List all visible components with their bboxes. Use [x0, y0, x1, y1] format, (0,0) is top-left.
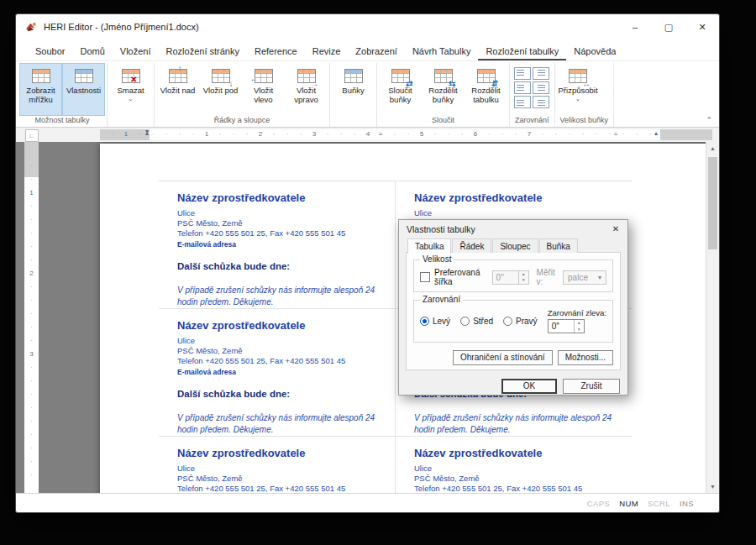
ruler-tick: ·: [24, 229, 39, 237]
insert-below-button[interactable]: ↓ Vložit pod: [199, 63, 242, 116]
right-indent-marker[interactable]: ▵: [614, 130, 617, 141]
options-button[interactable]: Možnosti...: [558, 350, 613, 365]
ruler-number: 1: [124, 130, 128, 138]
tab-domu[interactable]: Domů: [72, 43, 112, 60]
cell-heading: Název zprostředkovatele: [177, 319, 376, 332]
merge-cells-button[interactable]: ⇄ Sloučit buňky: [379, 63, 422, 116]
align-right-label: Pravý: [516, 317, 538, 326]
tab-reference[interactable]: Reference: [247, 43, 305, 60]
align-center-radio[interactable]: [460, 317, 470, 326]
group-label-bunky: [332, 116, 375, 127]
dialog-tab-sloupec[interactable]: Sloupec: [492, 238, 538, 253]
table-cell[interactable]: Název zprostředkovatele Ulice PSČ Město,…: [159, 181, 396, 309]
ruler-tick: ·: [24, 176, 39, 183]
properties-button[interactable]: Vlastnosti: [62, 63, 105, 116]
right-margin-marker[interactable]: ▴: [654, 130, 658, 141]
dialog-close-icon[interactable]: ✕: [607, 224, 624, 233]
delete-button[interactable]: ✕ Smazat ⌄: [109, 63, 152, 116]
ruler-tick: ·: [24, 417, 39, 425]
cell-email: E-mailová adresa: [177, 368, 376, 376]
cell-heading: Název zprostředkovatele: [414, 447, 614, 459]
ruler-tick: ·: [219, 130, 222, 138]
autofit-button[interactable]: ↔ Přizpůsobit ⌄: [557, 63, 600, 116]
split-table-button[interactable]: ⇵ Rozdělit tabulku: [465, 63, 507, 116]
delete-label: Smazat: [117, 86, 144, 96]
dialog-tab-tabulka[interactable]: Tabulka: [407, 238, 451, 254]
dialog-title: Vlastnosti tabulky: [407, 224, 475, 234]
table-cell[interactable]: Název zprostředkovatele Ulice PSČ Město,…: [159, 437, 396, 493]
align-center-label: Střed: [473, 317, 493, 326]
properties-label: Vlastnosti: [66, 86, 101, 96]
spin-down-icon[interactable]: ▼: [519, 277, 528, 284]
close-button[interactable]: ✕: [685, 14, 719, 39]
ruler-tick: ·: [24, 216, 39, 223]
ruler-tick: ·: [636, 130, 638, 138]
spin-up-icon[interactable]: ▲: [519, 271, 528, 278]
width-spinner[interactable]: 0" ▲ ▼: [492, 270, 529, 285]
hanging-indent-marker[interactable]: ▴: [145, 130, 149, 141]
collapse-ribbon-button[interactable]: ⌃: [706, 116, 712, 124]
combo-arrow-icon: ▼: [594, 275, 606, 280]
delete-dropdown-icon: ⌄: [129, 97, 134, 102]
maximize-button[interactable]: ▢: [652, 14, 685, 39]
split-cells-button[interactable]: ⇆ Rozdělit buňky: [422, 63, 465, 116]
table-cell[interactable]: Název zprostředkovatele Ulice PSČ Město,…: [159, 309, 396, 437]
scroll-up-icon[interactable]: ▲: [706, 142, 719, 155]
measure-unit-dropdown[interactable]: palce ▼: [563, 270, 606, 285]
insert-left-icon: ←: [254, 68, 274, 85]
dialog-tab-page: Velikost Preferovaná šířka 0" ▲ ▼: [406, 252, 621, 370]
align-right-radio[interactable]: [503, 317, 512, 326]
vertical-scrollbar[interactable]: ▲ ▼: [706, 142, 719, 493]
cell-street: Ulice: [414, 464, 614, 474]
tab-rozlozeni-tabulky[interactable]: Rozložení tabulky: [478, 43, 566, 60]
tab-zobrazeni[interactable]: Zobrazení: [348, 43, 405, 60]
align-bottom-center-icon[interactable]: [533, 96, 549, 108]
dialog-title-bar[interactable]: Vlastnosti tabulky ✕: [399, 220, 627, 238]
indent-spin-down-icon[interactable]: ▼: [575, 327, 584, 333]
ruler-number: 3: [24, 350, 39, 358]
tab-navrh-tabulky[interactable]: Návrh Tabulky: [405, 43, 479, 60]
dialog-tab-radek[interactable]: Řádek: [452, 238, 491, 253]
scrollbar-thumb[interactable]: [708, 157, 717, 249]
insert-left-button[interactable]: ← Vložit vlevo: [242, 63, 285, 116]
cell-city: PSČ Město, Země: [414, 474, 614, 484]
indent-spin-arrows[interactable]: ▲ ▼: [574, 320, 584, 333]
insert-above-button[interactable]: ↑ Vložit nad: [156, 63, 199, 116]
ruler-tick: ·: [24, 390, 39, 398]
preferred-width-checkbox[interactable]: [420, 272, 430, 282]
ruler-number: 2: [259, 130, 262, 138]
cancel-button[interactable]: Zrušit: [563, 379, 620, 394]
minimize-button[interactable]: –: [618, 14, 652, 39]
tab-vlozeni[interactable]: Vložení: [113, 43, 159, 60]
dialog-tab-bunka[interactable]: Buňka: [539, 238, 578, 253]
align-bottom-left-icon[interactable]: [514, 96, 531, 108]
cells-button[interactable]: Buňky: [332, 63, 375, 116]
indent-spinner[interactable]: 0" ▲ ▼: [548, 319, 585, 333]
ruler-tick: ·: [582, 130, 585, 138]
tab-revize[interactable]: Revize: [305, 43, 349, 60]
split-table-label: Rozdělit tabulku: [466, 86, 506, 104]
tab-rozlozeni-stranky[interactable]: Rozložení stránky: [159, 43, 247, 60]
cell-street: Ulice: [177, 336, 376, 346]
scroll-down-icon[interactable]: ▼: [706, 480, 719, 493]
ok-button[interactable]: OK: [501, 379, 557, 394]
tab-soubor[interactable]: Soubor: [28, 43, 72, 60]
ruler-tick: ·: [555, 130, 558, 138]
table-cell[interactable]: Název zprostředkovatele Ulice PSČ Město,…: [396, 437, 633, 493]
tab-napoveda[interactable]: Nápověda: [566, 43, 623, 60]
align-center-icon[interactable]: [533, 81, 549, 94]
borders-shading-button[interactable]: Ohraničení a stínování: [453, 350, 553, 365]
show-gridlines-button[interactable]: Zobrazit mřížku: [19, 63, 62, 116]
align-center-left-icon[interactable]: [514, 81, 531, 94]
insert-right-button[interactable]: → Vložit vpravo: [285, 63, 328, 116]
width-spin-arrows[interactable]: ▲ ▼: [518, 271, 528, 284]
tab-selector-button[interactable]: ∟: [25, 129, 39, 142]
align-top-left-icon[interactable]: [514, 67, 531, 80]
ruler-number: 3: [312, 130, 316, 138]
indent-spin-up-icon[interactable]: ▲: [575, 320, 584, 327]
align-top-center-icon[interactable]: [533, 67, 549, 80]
autofit-icon: ↔: [568, 68, 588, 85]
ruler-tick: ·: [542, 130, 544, 138]
align-left-radio[interactable]: [420, 317, 429, 326]
cell-phone: Telefon +420 555 501 25, Fax +420 555 50…: [177, 228, 376, 238]
